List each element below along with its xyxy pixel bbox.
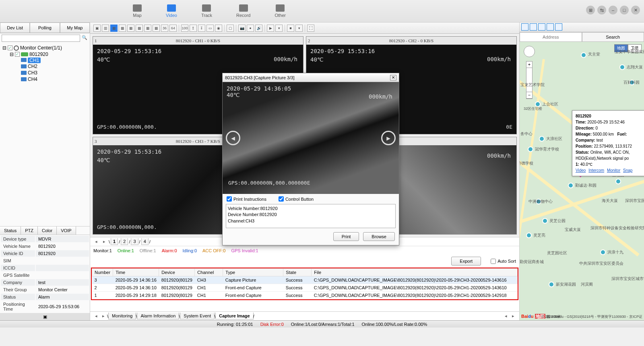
compass-icon[interactable] <box>524 46 535 57</box>
dialog-image: 2020-05-29 14:36:0540℃ 000km/h GPS:00.00… <box>223 82 399 194</box>
dialog-titlebar[interactable]: 8012920-CH3 [Capture Picture 3/3] ✕ <box>223 73 399 82</box>
layout25-btn[interactable]: ▦ <box>153 25 160 32</box>
collapse-icon[interactable]: ▣ <box>43 314 47 319</box>
vt-dropdown2-btn[interactable]: ▾ <box>295 25 303 32</box>
search-button[interactable] <box>582 32 644 42</box>
table-row[interactable]: 12020-05-29 14:29:188012920(80129CH1Fron… <box>92 292 518 299</box>
vt-monitor-btn[interactable]: ▢ <box>227 25 234 32</box>
tab-status[interactable]: Status <box>0 227 21 235</box>
callout-video[interactable]: Video <box>576 168 586 173</box>
map-zoom[interactable]: +− <box>526 61 533 99</box>
search-input[interactable] <box>2 35 80 42</box>
vt-dropdown-btn[interactable]: ▾ <box>275 25 283 32</box>
page-tab-3[interactable]: 3 <box>131 238 138 245</box>
layout1-btn[interactable]: ▣ <box>93 25 101 32</box>
layout36-btn[interactable]: 36 <box>161 25 168 32</box>
tree-ch2[interactable]: CH2 <box>2 63 87 70</box>
autosort-checkbox[interactable]: Auto Sort <box>491 259 516 264</box>
layout100-btn[interactable]: 100 <box>181 25 188 32</box>
tab-polling[interactable]: Polling <box>30 23 60 33</box>
layout64-btn[interactable]: 64 <box>169 25 177 32</box>
vt-disk-btn[interactable]: ◉ <box>215 25 222 32</box>
tree-ch1[interactable]: CH1 <box>28 58 41 63</box>
page-tab-1[interactable]: 1 <box>111 238 118 245</box>
vt-record-btn[interactable]: ● <box>247 25 254 32</box>
page-next[interactable]: ▸ <box>101 239 108 244</box>
tree-root[interactable]: ⊟ ✓ Monitor Center(1/1) <box>2 45 87 51</box>
nav-map[interactable]: Map <box>133 4 142 18</box>
tree-ch3[interactable]: CH3 <box>2 70 87 76</box>
tab-voip[interactable]: VOIP <box>57 227 76 235</box>
capture-table-wrap: Number Time Device Channel Type State Fi… <box>91 268 518 300</box>
vt-play-btn[interactable]: ▶ <box>267 25 274 32</box>
vt-cam-btn[interactable]: ▭ <box>206 25 214 32</box>
layout9-btn[interactable]: ▦ <box>136 25 143 32</box>
video-icon <box>167 4 176 12</box>
vt-fullscreen-btn[interactable]: ⛶ <box>307 25 314 32</box>
address-input[interactable] <box>520 32 582 42</box>
maximize-button[interactable]: □ <box>620 6 629 14</box>
dialog-prev[interactable]: ◀ <box>226 131 240 145</box>
map-tool-3[interactable] <box>538 23 545 31</box>
map-toolbar <box>520 23 644 32</box>
layout16-btn[interactable]: ▦ <box>144 25 151 32</box>
window-controls: ⊞ ⇆ – □ ✕ <box>586 6 640 14</box>
print-instructions-check[interactable]: Print Instructions <box>227 196 266 202</box>
btab-prev[interactable]: ◂ <box>93 313 100 319</box>
layout8-btn[interactable]: ▦ <box>127 25 134 32</box>
nav-other[interactable]: Other <box>275 4 286 18</box>
callout-intercom[interactable]: Intercom <box>588 168 604 173</box>
table-row[interactable]: 32020-05-29 14:36:168012920(80129CH3Capt… <box>92 276 518 284</box>
nav-track[interactable]: Track <box>201 4 212 18</box>
vt-stop-btn[interactable]: ■ <box>287 25 294 32</box>
tab-capture[interactable]: Capture Image <box>215 313 253 319</box>
close-button[interactable]: ✕ <box>631 6 640 14</box>
btab-next[interactable]: ▸ <box>100 313 107 319</box>
tab-devlist[interactable]: Dev List <box>0 23 30 33</box>
share-button[interactable]: ⇆ <box>597 6 606 14</box>
tab-monitoring[interactable]: Monitoring <box>108 313 136 319</box>
btab-scroll-left[interactable]: ◂ <box>502 313 510 319</box>
map-tool-5[interactable] <box>555 23 562 31</box>
tab-alarm[interactable]: Alarm Information <box>137 313 179 319</box>
print-button[interactable]: Print <box>333 232 359 241</box>
map-tool-1[interactable] <box>521 23 528 31</box>
callout-monitor[interactable]: Monitor <box>607 168 620 173</box>
dialog-textarea[interactable]: Vehicle Number:8012920 Device Number:801… <box>226 204 396 228</box>
grid-button[interactable]: ⊞ <box>586 6 595 14</box>
device-tree: ⊟ ✓ Monitor Center(1/1) ⊟ ✓ 8012920 CH1 … <box>0 43 90 226</box>
btab-scroll-right[interactable]: ▸ <box>510 313 517 319</box>
page-tab-2[interactable]: 2 <box>121 238 128 245</box>
dialog-next[interactable]: ▶ <box>381 131 396 145</box>
tab-mymap[interactable]: My Map <box>60 23 90 33</box>
map-canvas[interactable]: +− 地图卫星 天主堂 宝安中学集团实验学校 志翔大厦 百财科园 宝龙艺术学院 … <box>520 42 644 320</box>
map-tool-4[interactable] <box>547 23 554 31</box>
nav-record[interactable]: Record <box>236 4 250 18</box>
search-icon[interactable]: 🔍 <box>82 35 88 41</box>
dialog-close-button[interactable]: ✕ <box>390 75 396 80</box>
vt-sound-btn[interactable]: 🔊 <box>255 25 262 32</box>
vt-up-btn[interactable]: ↥ <box>190 25 197 32</box>
layout6-btn[interactable]: ▦ <box>119 25 126 32</box>
vt-capture-btn[interactable]: 📷 <box>238 25 246 32</box>
map-tool-2[interactable] <box>530 23 537 31</box>
table-row[interactable]: 22020-05-29 14:36:108012920(80129CH1Fron… <box>92 284 518 292</box>
tab-ptz[interactable]: PTZ <box>21 227 38 235</box>
layout2-btn[interactable]: ▥ <box>102 25 109 32</box>
tab-system[interactable]: System Event <box>180 313 215 319</box>
vt-down-btn[interactable]: ↧ <box>198 25 205 32</box>
browse-button[interactable]: Browse <box>363 232 395 241</box>
tree-device[interactable]: ⊟ ✓ 8012920 <box>2 51 87 58</box>
running-time: Running: 01:25:01 <box>217 322 253 327</box>
export-button[interactable]: Export <box>451 257 481 266</box>
tab-color[interactable]: Color <box>38 227 57 235</box>
callout-snap[interactable]: Snap <box>623 168 632 173</box>
page-tab-4[interactable]: 4 <box>141 238 149 245</box>
nav-video[interactable]: Video <box>166 4 177 18</box>
minimize-button[interactable]: – <box>609 6 617 14</box>
layout4-btn[interactable]: ▦ <box>110 25 118 32</box>
page-prev[interactable]: ◂ <box>93 239 100 244</box>
control-button-check[interactable]: Control Button <box>279 196 314 202</box>
gear-icon <box>14 45 19 51</box>
tree-ch4[interactable]: CH4 <box>2 76 87 82</box>
